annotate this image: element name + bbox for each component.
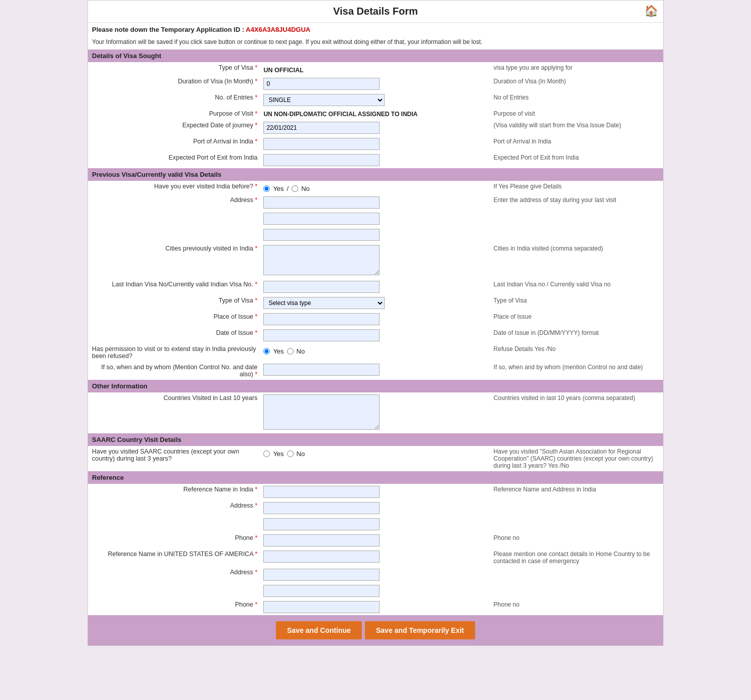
- visited-india-radio: Yes / No: [263, 183, 487, 192]
- address-line2-input[interactable]: [263, 213, 380, 225]
- type-of-visa-prev-select[interactable]: Select visa type Tourist Business Studen…: [263, 297, 385, 309]
- type-of-visa-value: UN OFFICIAL: [263, 64, 303, 74]
- visited-india-no-label: No: [301, 185, 310, 192]
- saarc-no-radio[interactable]: [287, 451, 294, 457]
- address-line3-input[interactable]: [263, 229, 380, 241]
- duration-help: Duration of Visa (In Month): [491, 76, 663, 92]
- section-saarc: SAARC Country Visit Details: [88, 433, 663, 446]
- ref-phone-india-help: Phone no: [491, 532, 663, 548]
- row-exp-date: Expected Date of journey * (Visa validit…: [88, 120, 663, 136]
- ref-address-usa-line2-input[interactable]: [263, 585, 380, 597]
- saarc-radio: Yes No: [263, 448, 487, 458]
- section-reference: Reference: [88, 471, 663, 484]
- footer-bar: Save and Continue Save and Temporarily E…: [88, 615, 663, 645]
- home-icon[interactable]: 🏠: [644, 5, 658, 18]
- row-address-3: [88, 227, 663, 243]
- ref-name-usa-input[interactable]: [263, 551, 380, 563]
- ref-name-india-help: Reference Name and Address in India: [491, 484, 663, 500]
- countries-visited-help: Countries visited in last 10 years (comm…: [491, 392, 663, 433]
- section-other-info: Other Information: [88, 380, 663, 392]
- row-place-of-issue: Place of Issue * Place of Issue: [88, 311, 663, 327]
- address-help: Enter the address of stay during your la…: [491, 194, 663, 211]
- ref-address-india-line1-input[interactable]: [263, 502, 380, 514]
- duration-input[interactable]: [263, 78, 380, 90]
- type-of-visa-help: visa type you are applying for: [491, 62, 663, 76]
- section-visa-details: Details of Visa Sought: [88, 49, 663, 62]
- row-refused-details: If so, when and by whom (Mention Control…: [88, 362, 663, 380]
- row-last-visa-no: Last Indian Visa No/Currently valid Indi…: [88, 279, 663, 295]
- page-title: Visa Details Form 🏠: [88, 1, 663, 23]
- purpose-help: Purpose of visit: [491, 108, 663, 120]
- row-ref-address-india-1: Address *: [88, 500, 663, 516]
- place-of-issue-help: Place of Issue: [491, 311, 663, 327]
- saarc-yes-radio[interactable]: [263, 451, 270, 457]
- row-ref-address-usa-2: [88, 583, 663, 599]
- save-continue-button[interactable]: Save and Continue: [276, 621, 362, 639]
- countries-visited-textarea[interactable]: [263, 394, 380, 430]
- row-countries-visited: Countries Visited in Last 10 years Count…: [88, 392, 663, 433]
- last-visa-no-input[interactable]: [263, 281, 380, 293]
- refused-yes-radio[interactable]: [263, 348, 270, 355]
- visited-india-help: If Yes Please give Details: [491, 181, 663, 194]
- saarc-help: Have you visited "South Asian Associatio…: [491, 446, 663, 471]
- purpose-value: UN NON-DIPLOMATIC OFFICIAL ASSIGNED TO I…: [263, 111, 417, 118]
- date-of-issue-help: Date of Issue in (DD/MM/YYYY) format: [491, 327, 663, 343]
- visited-india-no-radio[interactable]: [292, 185, 298, 192]
- refused-yes-label: Yes: [273, 347, 284, 355]
- place-of-issue-input[interactable]: [263, 313, 380, 325]
- row-ref-phone-india: Phone * Phone no: [88, 532, 663, 548]
- visited-india-yes-radio[interactable]: [263, 185, 270, 192]
- ref-phone-usa-help: Phone no: [491, 599, 663, 615]
- last-visa-no-help: Last Indian Visa no / Currently valid Vi…: [491, 279, 663, 295]
- saarc-no-label: No: [297, 450, 305, 458]
- row-address-2: [88, 211, 663, 227]
- row-visited-india: Have you ever visited India before? * Ye…: [88, 181, 663, 194]
- refused-details-help: If so, when and by whom (mention Control…: [491, 362, 663, 380]
- ref-name-india-input[interactable]: [263, 486, 380, 498]
- row-type-of-visa-prev: Type of Visa * Select visa type Tourist …: [88, 295, 663, 311]
- row-cities: Cities previously visited in India * Cit…: [88, 243, 663, 279]
- ref-name-usa-help: Please mention one contact details in Ho…: [491, 548, 663, 567]
- row-ref-address-usa-1: Address *: [88, 567, 663, 583]
- save-exit-button[interactable]: Save and Temporarily Exit: [365, 621, 475, 639]
- ref-address-india-line2-input[interactable]: [263, 518, 380, 530]
- info-text: Your Information will be saved if you cl…: [88, 36, 663, 49]
- visited-india-yes-label: Yes: [273, 185, 284, 192]
- port-exit-help: Expected Port of Exit from India: [491, 152, 663, 168]
- exp-date-input[interactable]: [263, 122, 380, 134]
- cities-textarea[interactable]: [263, 245, 380, 275]
- refused-no-label: No: [297, 347, 305, 355]
- row-ref-name-usa: Reference Name in UNITED STATES OF AMERI…: [88, 548, 663, 567]
- port-exit-input[interactable]: [263, 154, 380, 166]
- ref-phone-usa-input[interactable]: [263, 601, 380, 613]
- no-of-entries-help: No of Entries: [491, 92, 663, 108]
- other-info-table: Countries Visited in Last 10 years Count…: [88, 392, 663, 433]
- row-ref-phone-usa: Phone * Phone no: [88, 599, 663, 615]
- port-arrival-input[interactable]: [263, 138, 380, 150]
- row-date-of-issue: Date of Issue * Date of Issue in (DD/MM/…: [88, 327, 663, 343]
- reference-table: Reference Name in India * Reference Name…: [88, 484, 663, 615]
- date-of-issue-input[interactable]: [263, 329, 380, 341]
- visa-details-table: Type of Visa * UN OFFICIAL visa type you…: [88, 62, 663, 168]
- port-arrival-help: Port of Arrival in India: [491, 136, 663, 152]
- temp-id-value: A4X6A3A8JU4DGUA: [246, 26, 310, 33]
- row-type-of-visa: Type of Visa * UN OFFICIAL visa type you…: [88, 62, 663, 76]
- no-of-entries-select[interactable]: SINGLE DOUBLE MULTIPLE: [263, 94, 385, 106]
- refused-help: Refuse Details Yes /No: [491, 343, 663, 362]
- temp-id-row: Please note down the Temporary Applicati…: [88, 23, 663, 36]
- cities-help: Cities in India visited (comma separated…: [491, 243, 663, 279]
- row-address-1: Address * Enter the address of stay duri…: [88, 194, 663, 211]
- row-port-exit: Expected Port of Exit from India Expecte…: [88, 152, 663, 168]
- type-of-visa-prev-help: Type of Visa: [491, 295, 663, 311]
- ref-address-usa-line1-input[interactable]: [263, 569, 380, 581]
- exp-date-help: (Visa validity will start from the Visa …: [491, 120, 663, 136]
- row-ref-name-india: Reference Name in India * Reference Name…: [88, 484, 663, 500]
- address-line1-input[interactable]: [263, 196, 380, 209]
- refused-no-radio[interactable]: [287, 348, 294, 355]
- row-purpose: Purpose of Visit * UN NON-DIPLOMATIC OFF…: [88, 108, 663, 120]
- ref-phone-india-input[interactable]: [263, 534, 380, 546]
- row-duration: Duration of Visa (In Month) * Duration o…: [88, 76, 663, 92]
- row-refused: Has permission to visit or to extend sta…: [88, 343, 663, 362]
- refused-details-input[interactable]: [263, 364, 380, 376]
- row-no-of-entries: No. of Entries * SINGLE DOUBLE MULTIPLE …: [88, 92, 663, 108]
